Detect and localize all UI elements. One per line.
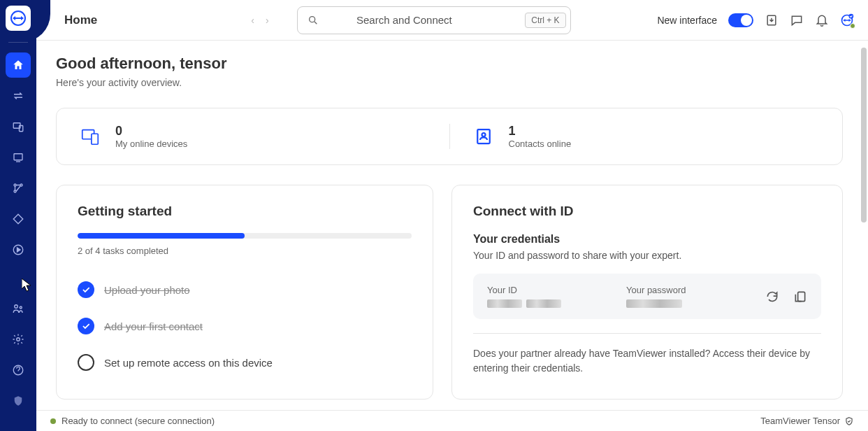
svg-point-9 — [15, 305, 18, 309]
svg-rect-3 — [14, 154, 22, 160]
status-indicator — [50, 418, 56, 424]
connect-card: Connect with ID Your credentials Your ID… — [451, 185, 843, 400]
your-id-label: Your ID — [487, 285, 626, 295]
task-item[interactable]: Upload your photo — [78, 271, 412, 308]
nav-devices[interactable] — [6, 114, 31, 139]
nav-home[interactable] — [6, 52, 31, 78]
credentials-box: Your ID Your password — [473, 274, 821, 319]
new-interface-label: New interface — [657, 15, 717, 26]
getting-started-card: Getting started 2 of 4 tasks completed U… — [56, 185, 433, 400]
your-id-value[interactable] — [487, 299, 522, 308]
nav-users[interactable] — [6, 296, 31, 321]
stat-contacts-num: 1 — [509, 124, 572, 139]
svg-marker-7 — [17, 248, 21, 252]
svg-rect-21 — [798, 292, 805, 301]
your-password-label: Your password — [626, 285, 765, 295]
connection-status-icon[interactable] — [840, 13, 854, 27]
stats-card: 0 My online devices 1 Contacts online — [56, 108, 843, 165]
stat-devices[interactable]: 0 My online devices — [57, 124, 449, 149]
partner-text: Does your partner already have TeamViewe… — [473, 346, 821, 376]
refresh-icon[interactable] — [765, 290, 779, 304]
stat-devices-num: 0 — [115, 124, 187, 139]
search-placeholder: Search and Connect — [284, 14, 526, 26]
nav-back-icon[interactable]: ‹ — [251, 15, 254, 26]
check-icon — [78, 318, 94, 334]
search-kbd: Ctrl + K — [525, 13, 565, 28]
content: Good afternoon, tensor Here's your activ… — [36, 41, 868, 410]
connect-title: Connect with ID — [473, 204, 821, 219]
nav-settings[interactable] — [6, 327, 31, 352]
progress-bar — [78, 233, 412, 239]
copy-icon[interactable] — [793, 290, 807, 304]
nav-help[interactable] — [6, 358, 31, 383]
statusbar: Ready to connect (secure connection) Tea… — [36, 410, 868, 431]
contacts-icon — [471, 124, 496, 149]
download-icon[interactable] — [765, 13, 779, 27]
svg-point-4 — [14, 184, 16, 186]
search-input[interactable]: Search and Connect Ctrl + K — [297, 6, 571, 34]
nav-shield[interactable] — [6, 388, 31, 414]
svg-point-5 — [20, 184, 22, 186]
svg-point-20 — [482, 133, 485, 136]
devices-icon — [78, 124, 103, 149]
greeting: Good afternoon, tensor — [56, 55, 843, 73]
chat-icon[interactable] — [790, 13, 804, 27]
getting-started-title: Getting started — [78, 204, 412, 219]
nav-forward-icon[interactable]: › — [266, 15, 269, 26]
check-icon — [78, 281, 94, 298]
nav-transfer[interactable] — [6, 83, 31, 108]
nav-workflow[interactable] — [6, 176, 31, 201]
stat-devices-label: My online devices — [115, 139, 187, 149]
bell-icon[interactable] — [815, 13, 829, 27]
page-title: Home — [64, 13, 97, 27]
svg-point-6 — [14, 190, 16, 192]
task-item[interactable]: Set up remote access on this device — [78, 344, 412, 381]
scrollbar[interactable] — [861, 48, 867, 222]
shield-check-icon — [844, 416, 854, 426]
stat-contacts-label: Contacts online — [509, 139, 572, 149]
product-name: TeamViewer Tensor — [760, 416, 840, 426]
credentials-title: Your credentials — [473, 233, 821, 246]
app-logo[interactable] — [6, 6, 31, 31]
sidebar — [0, 0, 36, 431]
topbar: Home ‹ › Search and Connect Ctrl + K New… — [36, 0, 868, 41]
new-interface-toggle[interactable] — [728, 13, 753, 27]
progress-text: 2 of 4 tasks completed — [78, 246, 412, 256]
task-label: Set up remote access on this device — [104, 357, 273, 369]
task-label: Upload your photo — [104, 284, 190, 296]
your-password-value[interactable] — [626, 299, 682, 308]
svg-rect-18 — [92, 134, 98, 144]
nav-play[interactable] — [6, 237, 31, 262]
nav-tag[interactable] — [6, 206, 31, 232]
subtitle: Here's your activity overview. — [56, 77, 843, 88]
status-text: Ready to connect (secure connection) — [62, 416, 215, 426]
circle-icon — [78, 354, 94, 371]
task-item[interactable]: Add your first contact — [78, 308, 412, 344]
stat-contacts[interactable]: 1 Contacts online — [449, 124, 843, 149]
svg-point-10 — [20, 306, 22, 309]
credentials-desc: Your ID and password to share with your … — [473, 250, 821, 261]
task-label: Add your first contact — [104, 320, 203, 332]
svg-point-11 — [17, 338, 20, 341]
nav-remote[interactable] — [6, 145, 31, 170]
